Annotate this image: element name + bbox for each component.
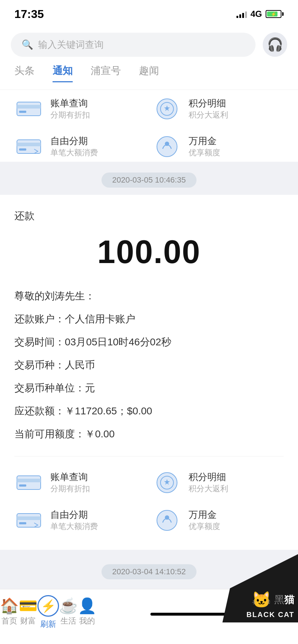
main-card: 还款 100.00 尊敬的刘涛先生： 还款账户：个人信用卡账户 交易时间：03月… [0,195,298,550]
installment-text: 自由分期 单笔大额消费 [50,135,98,158]
svg-rect-11 [17,479,41,482]
billing-text: 账单查询 分期有折扣 [50,97,90,120]
wanyong2-icon [153,510,181,531]
billing2-text: 账单查询 分期有折扣 [50,471,90,494]
home-icon: 🏠 [0,598,19,613]
nav-mine-label: 我的 [79,616,95,626]
svg-rect-17 [19,522,26,524]
list-item[interactable]: 积分明细 积分大返利 [153,93,284,124]
nav-refresh[interactable]: ⚡ 刷新 [37,595,59,630]
wanyong-icon [153,136,181,157]
tab-nav: 头条 通知 浦宣号 趣闻 [0,64,298,90]
detail-list: 尊敬的刘涛先生： 还款账户：个人信用卡账户 交易时间：03月05日10时46分0… [14,289,284,442]
network-label: 4G [250,9,262,19]
nav-life-label: 生活 [60,616,76,626]
card-type: 还款 [14,209,284,223]
svg-point-19 [165,515,169,520]
nav-life[interactable]: ☕ 生活 [59,598,78,626]
svg-rect-2 [19,111,26,113]
customer-service-icon: 🎧 [267,37,283,52]
svg-point-9 [165,142,169,146]
star-icon [153,98,181,120]
blackcat-watermark: 🐱 黑 猫 BLACK CAT [222,554,298,622]
detail-currency: 交易币种：人民币 [14,358,284,373]
points-text: 积分明细 积分大返利 [189,97,228,120]
partial-grid: 账单查询 分期有折扣 积分明细 积分大返利 [14,93,284,162]
nav-home-label: 首页 [1,616,17,626]
nav-wealth[interactable]: 💳 财富 [19,598,37,626]
list-item[interactable]: 万用金 优享额度 [153,505,284,535]
greeting: 尊敬的刘涛先生： [14,289,284,304]
cat-icon: 🐱 [252,590,271,609]
status-time: 17:35 [14,8,44,21]
battery-icon: ⚡ [266,10,284,18]
search-container: 🔍 输入关键词查询 🎧 [0,25,298,64]
list-item[interactable]: 自由分期 单笔大额消费 [14,131,145,162]
nav-refresh-label: 刷新 [40,619,56,630]
tab-headlines[interactable]: 头条 [14,64,35,82]
status-icons: 4G ⚡ [236,9,284,19]
detail-account: 还款账户：个人信用卡账户 [14,312,284,327]
search-icon: 🔍 [22,39,33,50]
installment-icon [14,136,43,157]
svg-rect-6 [17,143,41,146]
star2-icon [153,472,181,493]
svg-rect-7 [19,148,26,151]
list-item[interactable]: 账单查询 分期有折扣 [14,93,145,124]
detail-due-amount: 应还款额：￥11720.65；$0.00 [14,404,284,419]
installment2-icon [14,510,43,531]
bottom-grid: 账单查询 分期有折扣 积分明细 积分大返利 [14,467,284,535]
installment2-text: 自由分期 单笔大额消费 [50,509,98,532]
list-item[interactable]: 万用金 优享额度 [153,131,284,162]
nav-wealth-label: 财富 [20,616,36,626]
life-icon: ☕ [59,598,78,613]
timestamp-1: 2020-03-05 10:46:35 [0,162,298,195]
partial-card: 账单查询 分期有折扣 积分明细 积分大返利 [0,90,298,162]
card2-icon [14,472,43,493]
blackcat-label: BLACK CAT [247,611,294,619]
search-bar[interactable]: 🔍 输入关键词查询 [11,33,256,57]
svg-rect-12 [19,484,26,487]
nav-home[interactable]: 🏠 首页 [0,598,19,626]
nav-mine[interactable]: 👤 我的 [78,598,96,626]
divider [14,456,284,456]
amount-display: 100.00 [14,234,284,271]
svg-rect-0 [17,102,41,116]
refresh-circle: ⚡ [37,595,59,617]
list-item[interactable]: 积分明细 积分大返利 [153,467,284,498]
svg-rect-10 [17,476,41,489]
tab-trends[interactable]: 趣闻 [139,64,159,82]
signal-icon [236,10,247,18]
svg-rect-16 [17,516,41,520]
wealth-icon: 💳 [19,598,37,613]
svg-rect-1 [17,105,41,109]
list-item[interactable]: 账单查询 分期有折扣 [14,467,145,498]
tab-purad[interactable]: 浦宣号 [91,64,121,82]
detail-currency-unit: 交易币种单位：元 [14,381,284,396]
search-input[interactable]: 输入关键词查询 [38,38,104,51]
status-bar: 17:35 4G ⚡ [0,0,298,25]
mine-icon: 👤 [78,598,96,613]
card-icon [14,98,43,120]
detail-time: 交易时间：03月05日10时46分02秒 [14,335,284,350]
list-item[interactable]: 自由分期 单笔大额消费 [14,505,145,535]
detail-available: 当前可用额度：￥0.00 [14,427,284,442]
tab-notifications[interactable]: 通知 [53,64,73,82]
wanyong2-text: 万用金 优享额度 [189,509,220,532]
points2-text: 积分明细 积分大返利 [189,471,228,494]
wanyong-text: 万用金 优享额度 [189,135,220,158]
avatar-button[interactable]: 🎧 [263,32,287,57]
